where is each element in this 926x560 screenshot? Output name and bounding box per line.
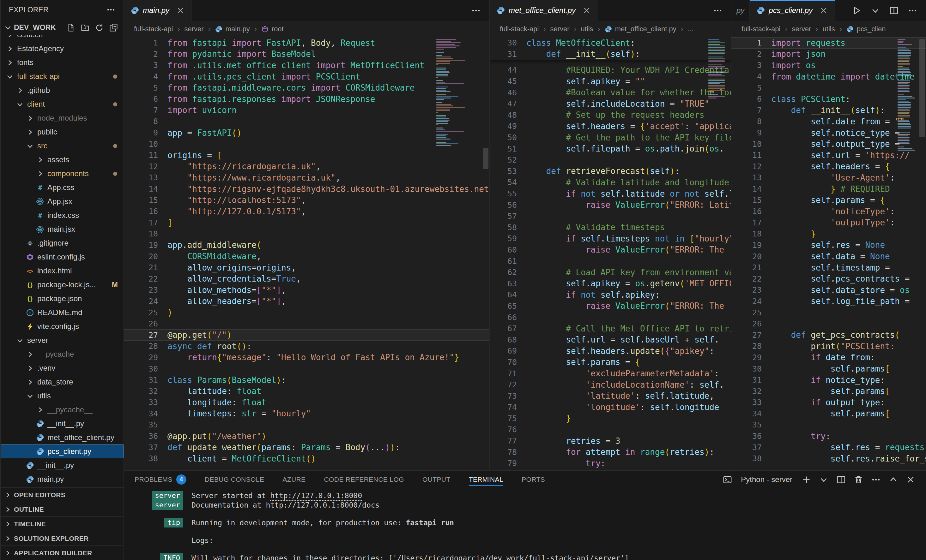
code-line[interactable]: 65 raise ValueError("ERROR: The xyxy=(490,300,731,312)
code-line[interactable]: 25) xyxy=(124,307,489,318)
breadcrumb-item[interactable]: root xyxy=(272,25,284,33)
code-line[interactable]: 21 self.timestamp = xyxy=(731,262,926,273)
code-line[interactable]: 78 for attempt in range(retries): xyxy=(490,446,731,458)
code-line[interactable]: 15 "http://localhost:5173", xyxy=(124,195,489,206)
code-line[interactable]: 30 self.params[ xyxy=(731,363,926,374)
code-line[interactable]: 29 return{"message": "Hello World of Fas… xyxy=(124,352,489,363)
code-line[interactable]: 63 self.apikey = os.getenv('MET_OFFICE xyxy=(490,278,731,289)
code-line[interactable]: 4from datetime import datetime xyxy=(731,71,926,82)
code-line[interactable]: 30 xyxy=(124,363,489,374)
code-line[interactable]: 27 def get_pcs_contracts( xyxy=(731,329,926,341)
code-line[interactable]: 50 # Get the path to the API key file xyxy=(490,132,731,143)
code-line[interactable]: 16 "http://127.0.0.1/5173", xyxy=(124,206,489,217)
code-line[interactable]: 21 allow_origins=origins, xyxy=(124,262,489,273)
split-button[interactable] xyxy=(889,6,899,15)
code-line[interactable]: 17] xyxy=(124,217,489,229)
code-line[interactable]: 77 retries = 3 xyxy=(490,435,731,447)
code-line[interactable]: 62 # Load API key from environment var xyxy=(490,267,731,278)
code-line[interactable]: 66 xyxy=(490,312,731,323)
code-line[interactable]: 47 self.includeLocation = "TRUE" xyxy=(490,98,731,110)
code-line[interactable]: 35 xyxy=(124,419,489,430)
code-line[interactable]: 1import requests xyxy=(731,37,926,48)
code-line[interactable]: 67 # Call the Met Office API to retrieve xyxy=(490,323,731,334)
tab-main.py[interactable]: main.py xyxy=(124,0,192,21)
code-line[interactable]: 8 xyxy=(124,116,489,127)
terminal-output[interactable]: serverServer started at http://127.0.0.1… xyxy=(124,488,926,560)
code-line[interactable]: 32 latitude: float xyxy=(124,385,489,397)
code-line[interactable]: 37def update_weather(params: Params = Bo… xyxy=(124,442,489,453)
more-button[interactable] xyxy=(908,6,917,15)
code-line[interactable]: 48 # Set up the request headers xyxy=(490,110,731,121)
tree-item-eslint.config.js[interactable]: eslint.config.js xyxy=(1,250,124,264)
tree-item-package-lock.js...[interactable]: {}package-lock.js...M xyxy=(1,278,124,292)
code-line[interactable]: 57 xyxy=(490,211,731,222)
breadcrumb-item[interactable]: server xyxy=(550,25,569,33)
panel-tab-ports[interactable]: PORTS xyxy=(522,471,545,488)
code-line[interactable]: 36 try: xyxy=(731,430,926,442)
code-line[interactable]: 73 'latitude': self.latitude, xyxy=(490,390,731,402)
collapse-all-button[interactable] xyxy=(109,23,118,32)
tree-item-__pycache__[interactable]: __pycache__ xyxy=(1,347,124,361)
close-tab-icon[interactable] xyxy=(820,6,828,15)
tree-item-utils[interactable]: utils xyxy=(1,389,124,403)
tree-item-src[interactable]: src xyxy=(1,139,124,153)
code-line[interactable]: 19 self.res = None xyxy=(731,240,926,251)
code-line[interactable]: 14 "https://rigsnv-ejfqade8hydkh3c8.ukso… xyxy=(124,183,489,195)
breadcrumb-item[interactable]: utils xyxy=(823,25,835,33)
code-line[interactable]: 54 # Validate latitude and longitude xyxy=(490,177,731,188)
code-line[interactable]: 24 allow_headers=["*"], xyxy=(124,296,489,307)
code-line[interactable]: 7 def __init__(self): xyxy=(731,105,926,116)
tree-item-.gitignore[interactable]: .gitignore xyxy=(1,236,124,250)
tree-item-met_office_client.py[interactable]: met_office_client.py xyxy=(1,430,124,444)
code-line[interactable]: 5from fastapi.middleware.cors import COR… xyxy=(124,82,489,94)
run-button[interactable] xyxy=(852,6,861,15)
code-line[interactable]: 12 "https://ricardogarcia.uk", xyxy=(124,161,489,172)
code-line[interactable]: 12 self.headers = { xyxy=(731,161,926,172)
code-line[interactable]: 71 'excludeParameterMetadata': xyxy=(490,368,731,379)
code-line[interactable]: 6from fastapi.responses import JSONRespo… xyxy=(124,94,489,105)
split-terminal-button[interactable] xyxy=(837,475,846,484)
panel-tab-problems[interactable]: PROBLEMS4 xyxy=(135,471,186,488)
panel-tab-azure[interactable]: AZURE xyxy=(283,471,306,488)
code-line[interactable]: 68 self.url = self.baseUrl + self. xyxy=(490,334,731,345)
tree-item-EstateAgency[interactable]: EstateAgency xyxy=(1,42,124,56)
code-line[interactable]: 34 self.params[ xyxy=(731,408,926,420)
code-line[interactable]: 30class MetOfficeClient: xyxy=(490,37,731,48)
panel-tab-debug-console[interactable]: DEBUG CONSOLE xyxy=(205,471,264,488)
tree-item-App.jsx[interactable]: App.jsx xyxy=(1,195,124,208)
close-tab-icon[interactable] xyxy=(583,6,591,15)
code-line[interactable]: 18 } xyxy=(731,228,926,240)
minimap[interactable] xyxy=(436,39,466,146)
code-line[interactable]: 2from pydantic import BaseModel xyxy=(124,48,489,60)
code-line[interactable]: 61 xyxy=(490,255,731,267)
new-folder-button[interactable] xyxy=(81,23,89,32)
code-line[interactable]: 38 self.res.raise_for_status xyxy=(731,453,926,464)
code-line[interactable]: 23 allow_methods=["*"], xyxy=(124,284,489,296)
code-line[interactable]: 75 } xyxy=(490,413,731,424)
code-editor[interactable]: 30class MetOfficeClient:31 def __init__(… xyxy=(490,37,731,470)
tree-item-components[interactable]: components xyxy=(1,167,124,181)
tree-item-celltech[interactable]: celltech xyxy=(1,35,124,42)
code-line[interactable]: 72 'includeLocationName': self. xyxy=(490,379,731,391)
tree-item-pcs_client.py[interactable]: pcs_client.py xyxy=(1,444,124,458)
more-button[interactable] xyxy=(471,6,481,15)
tab-partial[interactable]: py xyxy=(731,0,750,21)
more-terminal-button[interactable] xyxy=(872,475,881,484)
tree-item-main.py[interactable]: main.py xyxy=(1,472,124,486)
breadcrumb-item[interactable]: ... xyxy=(688,25,693,33)
tree-item-.venv[interactable]: .venv xyxy=(1,361,124,375)
breadcrumb-item[interactable]: server xyxy=(184,25,203,33)
workspace-section-header[interactable]: DEV_WORK xyxy=(1,20,124,35)
panel-tab-code-reference-log[interactable]: CODE REFERENCE LOG xyxy=(324,471,404,488)
maximize-terminal-button[interactable] xyxy=(889,475,898,484)
minimap[interactable] xyxy=(708,39,725,98)
code-line[interactable]: 64 if not self.apikey: xyxy=(490,289,731,300)
tree-item-data_store[interactable]: data_store xyxy=(1,375,124,389)
code-line[interactable]: 26 xyxy=(124,318,489,329)
code-line[interactable]: 15 self.params = { xyxy=(731,195,926,206)
code-line[interactable]: 13 "https://www.ricardogarcia.uk", xyxy=(124,172,489,183)
code-line[interactable]: 6class PCSClient: xyxy=(731,94,926,105)
new-file-button[interactable] xyxy=(67,23,75,32)
terminal-link[interactable]: http://127.0.0.1:8000 xyxy=(270,492,362,500)
code-line[interactable]: 46 #Boolean value for whether the locati… xyxy=(490,87,731,98)
